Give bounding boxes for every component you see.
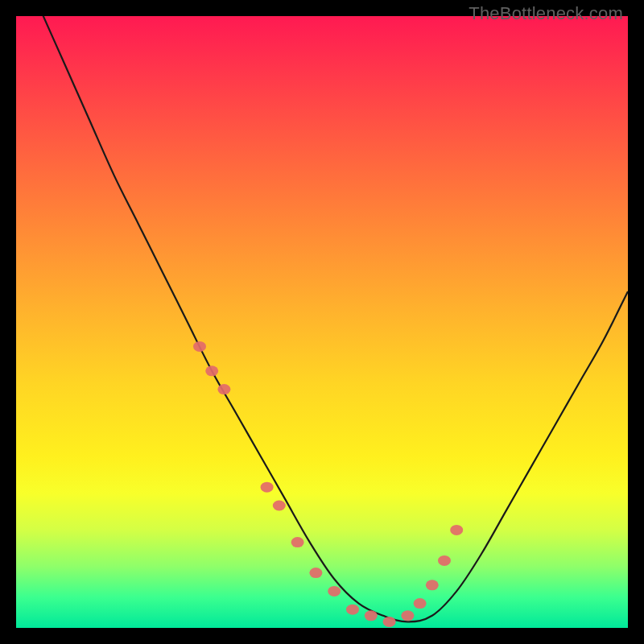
curve-marker — [217, 384, 230, 394]
curve-marker — [401, 610, 414, 621]
chart-frame — [16, 16, 628, 628]
curve-marker — [261, 482, 274, 493]
curve-marker — [205, 365, 218, 376]
curve-marker — [273, 501, 286, 511]
curve-marker — [414, 598, 427, 609]
curve-marker — [438, 555, 451, 566]
bottleneck-curve — [16, 16, 628, 621]
curve-marker — [346, 605, 359, 615]
curve-marker — [365, 610, 378, 621]
curve-marker — [291, 537, 304, 547]
chart-svg — [16, 16, 628, 628]
curve-marker — [450, 525, 463, 535]
curve-marker — [193, 341, 206, 352]
watermark-text: TheBottleneck.com — [469, 3, 623, 24]
marker-group — [193, 341, 463, 627]
curve-marker — [328, 586, 341, 597]
curve-marker — [426, 580, 439, 590]
curve-marker — [383, 617, 396, 627]
curve-marker — [309, 568, 322, 578]
